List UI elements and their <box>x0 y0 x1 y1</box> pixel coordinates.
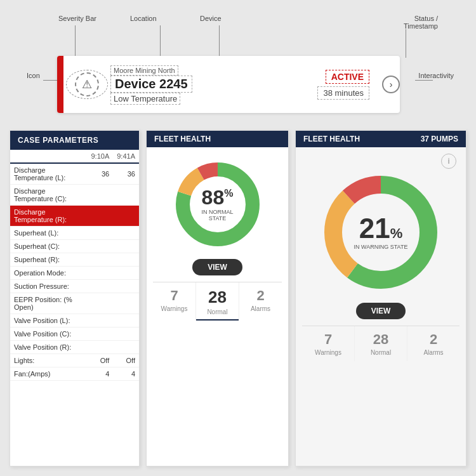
param-val2-1 <box>113 185 139 206</box>
fleet-small-stats: 7 Warnings 28 Normal 2 Alarms <box>153 282 282 321</box>
device-label: Device <box>200 15 221 22</box>
param-row: Superheat (C): <box>10 240 139 253</box>
param-val1-7 <box>88 280 114 293</box>
param-val1-12: Off <box>88 354 114 367</box>
param-val1-0: 36 <box>88 163 114 185</box>
param-row: Valve Position (C): <box>10 327 139 341</box>
location-arrow <box>160 25 161 57</box>
severity-bar-arrow <box>75 25 76 57</box>
fleet-large-percentage: 21% <box>354 215 408 242</box>
param-row: Lights: Off Off <box>10 354 139 367</box>
param-row: Discharge Temperature (R): <box>10 206 139 227</box>
param-name-11: Valve Position (R): <box>10 341 88 354</box>
timestamp-badge: 38 minutes <box>317 86 369 100</box>
fleet-large-body: i 21% IN WARNING STAT <box>296 147 466 367</box>
param-val2-10 <box>113 327 139 341</box>
annotation-area: Severity Bar Location Device Status /Tim… <box>19 11 457 122</box>
param-name-10: Valve Position (C): <box>10 327 88 341</box>
param-name-7: Suction Pressure: <box>10 280 88 293</box>
param-val2-5 <box>113 253 139 267</box>
large-normal-stat: 28 Normal <box>355 326 407 361</box>
param-val1-8 <box>88 293 114 314</box>
large-normal-num: 28 <box>357 331 404 348</box>
interactivity-arrow <box>415 80 433 81</box>
param-name-0: Discharge Temperature (L): <box>10 163 88 185</box>
fleet-small-percentage: 88% <box>194 187 241 208</box>
normal-label: Normal <box>199 308 236 315</box>
status-badge: ACTIVE <box>326 70 369 84</box>
warnings-num: 7 <box>155 288 193 304</box>
status-arrow <box>406 29 406 58</box>
param-name-4: Superheat (C): <box>10 240 88 253</box>
alarms-num: 2 <box>242 288 279 304</box>
param-val2-4 <box>113 240 139 253</box>
param-val1-11 <box>88 341 114 354</box>
large-warnings-num: 7 <box>305 331 352 348</box>
fleet-large-header: FLEET HEALTH 37 PUMPS <box>296 131 466 147</box>
param-name-8: EEPR Position: (% Open) <box>10 293 88 314</box>
param-row: Fan:(Amps) 4 4 <box>10 367 139 381</box>
fleet-large-panel: FLEET HEALTH 37 PUMPS i <box>295 130 466 466</box>
right-area: FLEET HEALTH 88% IN NOR <box>146 130 466 466</box>
case-parameters-panel: CASE PARAMETERS 9:10A 9:41A Discharge Te… <box>10 130 140 466</box>
param-val2-11 <box>113 341 139 354</box>
location-label: Location <box>130 15 157 22</box>
alarms-stat: 2 Alarms <box>239 282 282 321</box>
time-col-1: 9:10A <box>88 150 114 163</box>
large-alarms-label: Alarms <box>410 349 457 356</box>
param-val2-0: 36 <box>113 163 139 185</box>
param-name-12: Lights: <box>10 354 88 367</box>
param-row: Valve Position (L): <box>10 314 139 327</box>
alert-icon: ⚠ <box>75 72 99 96</box>
param-name-13: Fan:(Amps) <box>10 367 88 381</box>
large-alarms-num: 2 <box>410 331 457 348</box>
fleet-small-panel: FLEET HEALTH 88% IN NOR <box>146 130 289 466</box>
param-val2-8 <box>113 293 139 314</box>
pumps-label: 37 PUMPS <box>421 135 458 143</box>
large-alarms-stat: 2 Alarms <box>407 326 459 361</box>
param-val1-13: 4 <box>88 367 114 381</box>
param-val2-13: 4 <box>113 367 139 381</box>
fleet-large-donut: 21% IN WARNING STATE <box>317 169 444 296</box>
param-name-9: Valve Position (L): <box>10 314 88 327</box>
large-normal-label: Normal <box>357 349 404 356</box>
param-val1-5 <box>88 253 114 267</box>
param-row: Superheat (L): <box>10 227 139 240</box>
fleet-large-title: FLEET HEALTH <box>303 135 360 143</box>
param-name-5: Superheat (R): <box>10 253 88 267</box>
normal-stat: 28 Normal <box>196 282 239 321</box>
device-name: Device 2245 <box>110 76 192 93</box>
severity-bar <box>57 56 63 113</box>
param-name-6: Operation Mode: <box>10 267 88 280</box>
param-val2-12: Off <box>113 354 139 367</box>
param-val2-3 <box>113 227 139 240</box>
alert-text: Low Temperature <box>110 93 180 105</box>
param-row: Operation Mode: <box>10 267 139 280</box>
param-val1-3 <box>88 227 114 240</box>
status-timestamp-label: Status /Timestamp <box>404 15 438 30</box>
warnings-stat: 7 Warnings <box>153 282 196 321</box>
param-val1-9 <box>88 314 114 327</box>
interactivity-label: Interactivity <box>418 72 454 79</box>
fleet-small-donut: 88% IN NORMAL STATE <box>170 157 265 252</box>
fleet-small-view-button[interactable]: VIEW <box>192 259 242 275</box>
nav-arrow-button[interactable]: › <box>382 76 400 93</box>
fleet-section: FLEET HEALTH 88% IN NOR <box>146 130 466 466</box>
param-val2-2 <box>113 206 139 227</box>
param-name-3: Superheat (L): <box>10 227 88 240</box>
fleet-small-body: 88% IN NORMAL STATE VIEW 7 Warnings 28 N… <box>147 147 288 327</box>
severity-bar-label: Severity Bar <box>58 15 96 22</box>
device-card: ⚠ Moore Mining North Device 2245 Low Tem… <box>57 56 400 113</box>
info-icon[interactable]: i <box>441 154 456 169</box>
param-val2-7 <box>113 280 139 293</box>
param-row: Suction Pressure: <box>10 280 139 293</box>
normal-num: 28 <box>199 288 236 307</box>
param-val1-10 <box>88 327 114 341</box>
case-parameters-header: CASE PARAMETERS <box>10 131 139 150</box>
fleet-large-view-button[interactable]: VIEW <box>356 303 406 319</box>
param-row: EEPR Position: (% Open) <box>10 293 139 314</box>
card-info: Moore Mining North Device 2245 Low Tempe… <box>110 64 317 105</box>
large-warnings-label: Warnings <box>305 349 352 356</box>
fleet-small-state: IN NORMAL STATE <box>194 209 241 221</box>
fleet-large-stats: 7 Warnings 28 Normal 2 Alarms <box>302 326 459 361</box>
